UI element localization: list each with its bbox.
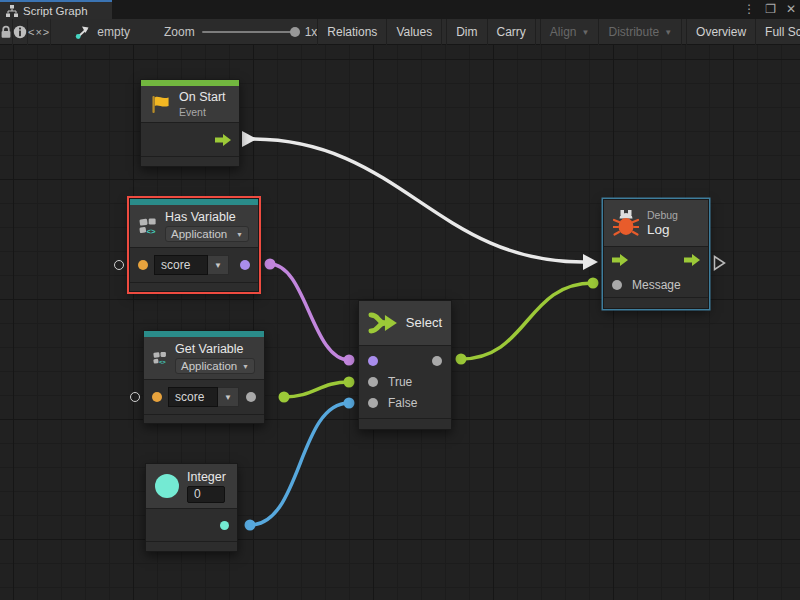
relations-button[interactable]: Relations	[317, 19, 386, 45]
unconnected-input-indicator[interactable]	[114, 260, 124, 270]
selection-indicator: empty	[75, 25, 130, 39]
name-input-port[interactable]	[152, 392, 162, 402]
node-footer	[141, 156, 239, 166]
carry-button[interactable]: Carry	[487, 19, 535, 45]
maximize-icon[interactable]: ❐	[765, 0, 776, 19]
node-get-variable[interactable]: <> Get Variable Application ▼ score ▼	[143, 330, 265, 424]
node-integer[interactable]: Integer 0	[145, 463, 238, 552]
code-icon: <×>	[28, 26, 50, 38]
graph-toolbar: <×> empty Zoom 1x Relations Values Dim C…	[0, 19, 800, 45]
node-footer	[130, 282, 258, 291]
node-has-variable[interactable]: <> Has Variable Application ▼ score ▼	[129, 198, 259, 292]
result-output-port[interactable]	[432, 356, 442, 366]
node-select[interactable]: Select True False	[358, 300, 452, 430]
zoom-slider[interactable]	[202, 31, 298, 33]
node-title: Log	[647, 223, 678, 237]
tab-bar: Script Graph ⋮ ❐ ✕	[0, 0, 800, 19]
port-label: True	[388, 375, 412, 389]
close-icon[interactable]: ✕	[786, 0, 796, 19]
port-label: Message	[632, 278, 681, 292]
flag-icon	[150, 95, 171, 114]
variables-icon: <>	[139, 214, 157, 238]
node-title: Has Variable	[165, 210, 249, 224]
true-input-port[interactable]	[368, 377, 378, 387]
bug-icon	[613, 210, 639, 236]
false-input-port[interactable]	[368, 398, 378, 408]
name-input-port[interactable]	[138, 260, 148, 270]
info-icon	[13, 25, 27, 39]
tab-script-graph[interactable]: Script Graph	[0, 0, 112, 19]
node-title: Integer	[187, 470, 226, 484]
toolbar-buttons: Relations Values Dim Carry Align▼ Distri…	[317, 19, 800, 45]
node-title: On Start	[179, 90, 226, 104]
node-footer	[604, 297, 708, 308]
chevron-down-icon: ▼	[242, 363, 249, 370]
node-footer	[144, 414, 264, 423]
zoom-label: Zoom	[164, 25, 195, 39]
integer-value-field[interactable]: 0	[187, 486, 225, 503]
window-controls: ⋮ ❐ ✕	[743, 0, 796, 19]
dim-button[interactable]: Dim	[446, 19, 486, 45]
chevron-down-icon: ▼	[236, 231, 243, 238]
values-button[interactable]: Values	[386, 19, 441, 45]
inspect-button[interactable]	[13, 19, 28, 45]
int-output-port[interactable]	[220, 521, 229, 530]
overview-button[interactable]: Overview	[686, 19, 755, 45]
tab-label: Script Graph	[23, 5, 88, 17]
condition-input-port[interactable]	[368, 356, 378, 366]
node-title: Select	[406, 316, 442, 330]
variables-icon: <>	[153, 346, 167, 370]
node-debug-log[interactable]: Debug Log Message	[603, 199, 709, 309]
svg-text:<>: <>	[159, 359, 166, 365]
script-graph-window: Script Graph ⋮ ❐ ✕ <×>	[0, 0, 800, 600]
port-label: False	[388, 396, 417, 410]
message-input-port[interactable]	[612, 280, 622, 290]
menu-icon[interactable]: ⋮	[743, 0, 755, 19]
trigger-output-port[interactable]	[684, 254, 700, 266]
chevron-down-icon: ▼	[582, 28, 590, 37]
variable-picker-button[interactable]: ▼	[218, 387, 239, 407]
node-title: Get Variable	[175, 342, 255, 356]
value-output-port[interactable]	[246, 392, 256, 402]
variable-name-field[interactable]: score	[154, 255, 208, 275]
variable-picker-button[interactable]: ▼	[208, 255, 229, 275]
trigger-input-port[interactable]	[612, 254, 628, 266]
pointer-icon	[75, 25, 91, 39]
lock-button[interactable]	[0, 19, 13, 45]
lock-icon	[0, 25, 12, 39]
zoom-slider-knob[interactable]	[290, 27, 300, 37]
svg-text:<>: <>	[147, 227, 156, 236]
node-footer	[359, 418, 451, 429]
scope-dropdown[interactable]: Application ▼	[175, 358, 255, 374]
selection-label: empty	[97, 25, 130, 39]
bool-output-port[interactable]	[240, 260, 250, 270]
node-footer	[146, 541, 237, 551]
zoom-value: 1x	[305, 25, 318, 39]
graph-icon	[6, 5, 18, 17]
distribute-button[interactable]: Distribute▼	[598, 19, 681, 45]
fullscreen-button[interactable]: Full Screen	[755, 19, 800, 45]
node-kicker: Debug	[647, 209, 678, 221]
node-on-start[interactable]: On Start Event	[140, 79, 240, 167]
node-subtitle: Event	[179, 106, 226, 118]
unconnected-input-indicator[interactable]	[130, 392, 140, 402]
trigger-output-port[interactable]	[215, 134, 231, 146]
unconnected-trigger-indicator[interactable]	[713, 255, 726, 271]
scope-dropdown[interactable]: Application ▼	[165, 226, 249, 242]
code-preview-button[interactable]: <×>	[28, 19, 51, 45]
select-icon	[368, 310, 398, 336]
integer-icon	[155, 474, 179, 498]
chevron-down-icon: ▼	[664, 28, 672, 37]
zoom-control: Zoom 1x	[164, 25, 317, 39]
align-button[interactable]: Align▼	[540, 19, 599, 45]
variable-name-field[interactable]: score	[168, 387, 218, 407]
